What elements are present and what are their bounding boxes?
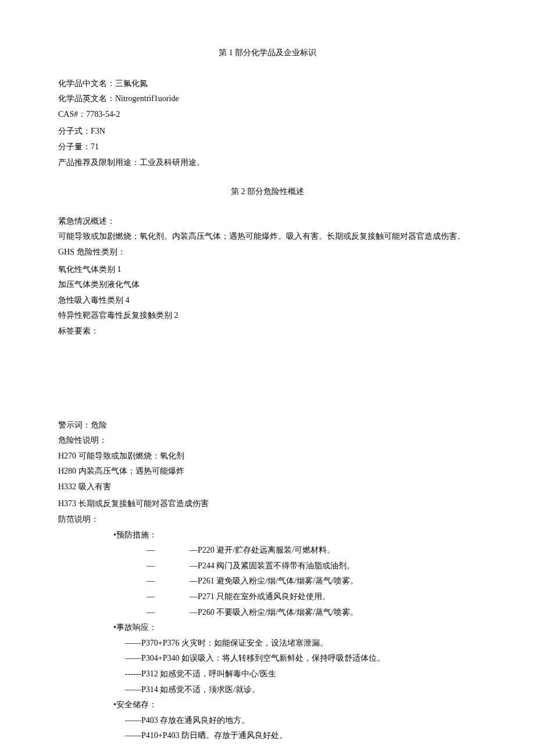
emergency-label: 紧急情况概述： [58,214,477,230]
mw-row: 分子量：71 [58,139,477,155]
dash-prefix: — [147,605,155,621]
dash-text: —P261 避免吸入粉尘/烟/气体/烟雾/蒸气/喷雾。 [190,574,358,589]
name-cn-row: 化学品中文名：三氟化氮 [58,76,477,92]
mw-label: 分子量： [58,142,91,151]
section-1-title: 第 1 部分化学品及企业标识 [58,45,477,61]
response-item-2: ——P304+P340 如误吸入：将人转移到空气新鲜处，保持呼吸舒适体位。 [58,651,477,667]
response-title: •事故响应： [58,620,477,636]
ghs-class-1: 氧化性气体类别 1 [58,262,477,278]
mw-value: 71 [91,142,99,151]
ghs-label: GHS 危险性类别： [58,245,477,260]
hazard-3: H332 吸入有害 [58,479,477,495]
formula-value: F3N [91,127,105,135]
ghs-class-2: 加压气体类别液化气体 [58,277,477,293]
hazard-1: H270 可能导致或加剧燃烧：氧化剂 [58,449,477,464]
usage-value: 工业及科研用途。 [140,158,205,167]
section-2-title: 第 2 部分危险性概述 [58,184,477,200]
prevention-item-5: ——P260 不要吸入粉尘/烟/气体/烟雾/蒸气/喷雾。 [58,605,477,621]
name-cn-label: 化学品中文名： [58,79,115,88]
response-item-3: ------P312 如感觉不适，呼叫解毒中心/医生 [58,667,477,682]
hazard-2: H280 内装高压气体；遇热可能爆炸 [58,464,477,479]
cas-value: 7783-54-2 [86,110,120,119]
storage-item-2: ——P410+P403 防日晒。存放于通风良好处。 [58,728,477,744]
pictogram-area [58,339,477,418]
dash-text: —P220 避开/贮存处远离服装/可燃材料。 [190,543,335,558]
name-en-row: 化学品英文名：Nitrogentrif1uoride [58,91,477,107]
hazard-4: H373 长期或反复接触可能对器官造成伤害 [58,496,477,512]
dash-prefix: — [147,589,155,605]
name-cn-value: 三氟化氮 [115,79,148,88]
emergency-text: 可能导致或加剧燃烧；氧化剂。内装高压气体；遇热可能爆炸。吸入有害。长期或反复接触… [58,229,477,245]
dash-prefix: — [147,543,155,558]
response-item-4: ——P314 如感觉不适，须求医/就诊。 [58,682,477,698]
dash-text: —P244 阀门及紧固装置不得带有油脂或油剂。 [190,558,355,574]
name-en-label: 化学品英文名： [58,94,115,103]
prevention-item-1: ——P220 避开/贮存处远离服装/可燃材料。 [58,543,477,558]
prevention-item-3: ——P261 避免吸入粉尘/烟/气体/烟雾/蒸气/喷雾。 [58,574,477,589]
signal-label: 警示词： [58,421,91,429]
formula-label: 分子式： [58,127,91,135]
dash-prefix: — [147,558,155,574]
signal-row: 警示词：危险 [58,418,477,433]
prevention-item-4: ——P271 只能在室外或通风良好处使用。 [58,589,477,605]
ghs-class-4: 特异性靶器官毒性反复接触类别 2 [58,308,477,324]
prevention-item-2: ——P244 阀门及紧固装置不得带有油脂或油剂。 [58,558,477,574]
ghs-class-3: 急性吸入毒性类别 4 [58,293,477,309]
formula-row: 分子式：F3N [58,124,477,139]
usage-row: 产品推荐及限制用途：工业及科研用途。 [58,155,477,171]
usage-label: 产品推荐及限制用途： [58,158,140,167]
dash-prefix: — [147,574,155,589]
cas-row: CAS#：7783-54-2 [58,107,477,123]
dash-text: —P260 不要吸入粉尘/烟/气体/烟雾/蒸气/喷雾。 [190,605,358,621]
signal-value: 危险 [91,421,107,429]
precaution-label: 防范说明： [58,512,477,528]
storage-item-1: ——P403 存放在通风良好的地方。 [58,713,477,729]
response-item-1: ——P370+P376 火灾时：如能保证安全，设法堵塞泄漏。 [58,636,477,651]
name-en-value: Nitrogentrif1uoride [115,94,179,103]
hazard-label: 危险性说明： [58,433,477,449]
dash-text: —P271 只能在室外或通风良好处使用。 [190,589,330,605]
storage-title: •安全储存： [58,697,477,713]
cas-label: CAS#： [58,110,86,119]
prevention-title: •预防措施： [58,528,477,543]
label-elements: 标签要素： [58,324,477,339]
